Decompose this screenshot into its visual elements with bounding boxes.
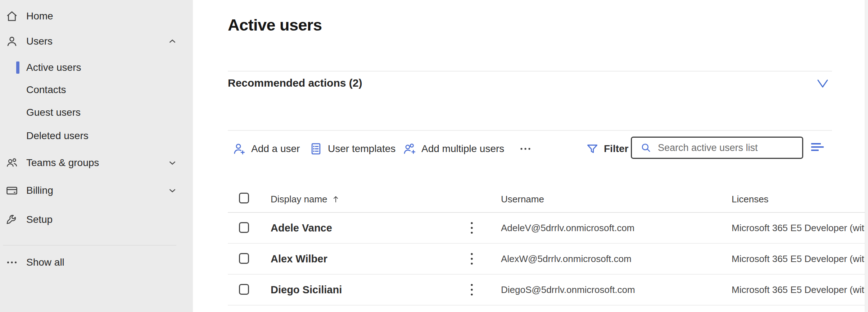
toolbar-button-label: Add multiple users	[421, 143, 504, 155]
person-add-icon	[232, 142, 247, 156]
add-multiple-users-button[interactable]: Add multiple users	[402, 139, 504, 159]
wrench-icon	[4, 211, 20, 228]
display-name-cell[interactable]: Adele Vance	[271, 213, 332, 243]
vertical-scrollbar[interactable]	[865, 0, 868, 312]
home-icon	[4, 8, 20, 24]
person-icon	[4, 33, 20, 50]
sidebar-divider	[3, 245, 176, 246]
people-icon	[4, 155, 20, 171]
section-divider	[228, 130, 832, 131]
row-checkbox[interactable]	[239, 222, 249, 233]
user-templates-button[interactable]: User templates	[309, 139, 395, 159]
username-cell: AlexW@5drrlv.onmicrosoft.com	[501, 244, 632, 274]
display-name-cell[interactable]: Alex Wilber	[271, 244, 327, 274]
select-all-checkbox[interactable]	[239, 193, 249, 203]
table-row: Adele Vance AdeleV@5drrlv.onmicrosoft.co…	[228, 213, 868, 244]
search-box	[631, 137, 803, 159]
column-header-licenses[interactable]: Licenses	[732, 186, 769, 212]
chevron-down-icon	[164, 182, 181, 199]
chevron-down-icon	[164, 155, 181, 171]
recommended-actions-toggle[interactable]: Recommended actions (2)	[228, 74, 832, 93]
filter-line	[811, 143, 821, 144]
page-title: Active users	[228, 16, 322, 35]
column-header-display-name[interactable]: Display name	[271, 186, 340, 212]
people-add-icon	[402, 142, 417, 156]
sidebar-item-active-users[interactable]: Active users	[0, 58, 193, 77]
filter-lines-icon[interactable]	[810, 141, 828, 155]
sidebar-item-label: Users	[26, 36, 53, 47]
section-divider	[228, 71, 832, 72]
more-actions-button[interactable]	[516, 139, 535, 159]
username-cell: AdeleV@5drrlv.onmicrosoft.com	[501, 213, 634, 243]
column-header-label: Display name	[271, 194, 327, 205]
sidebar-item-billing[interactable]: Billing	[0, 181, 193, 200]
sidebar-item-label: Home	[26, 10, 53, 22]
sidebar-item-deleted-users[interactable]: Deleted users	[0, 127, 193, 145]
column-header-label: Username	[501, 194, 544, 205]
add-a-user-button[interactable]: Add a user	[232, 139, 300, 159]
sidebar-item-label: Show all	[26, 257, 64, 268]
filter-line	[811, 150, 819, 151]
sidebar-item-setup[interactable]: Setup	[0, 210, 193, 229]
sidebar-item-users[interactable]: Users	[0, 32, 193, 51]
column-header-username[interactable]: Username	[501, 186, 544, 212]
table-header-row: Display name Username Licenses	[228, 186, 868, 213]
sidebar-item-show-all[interactable]: Show all	[0, 253, 193, 272]
toolbar-button-label: Add a user	[251, 143, 300, 155]
row-more-actions-button[interactable]	[464, 244, 480, 274]
row-more-actions-button[interactable]	[464, 213, 480, 243]
licenses-cell: Microsoft 365 E5 Developer (withou	[732, 213, 868, 243]
sort-ascending-icon	[331, 194, 340, 205]
toolbar-button-label: Filter	[604, 143, 628, 155]
credit-card-icon	[4, 182, 20, 199]
sidebar-item-home[interactable]: Home	[0, 7, 193, 26]
chevron-up-icon	[164, 33, 181, 50]
sidebar-item-label: Billing	[26, 185, 53, 196]
licenses-cell: Microsoft 365 E5 Developer (withou	[732, 244, 868, 274]
column-header-label: Licenses	[732, 194, 769, 205]
search-input[interactable]	[658, 142, 795, 153]
sidebar-item-label: Setup	[26, 214, 53, 225]
template-list-icon	[309, 142, 323, 156]
selected-indicator	[16, 61, 19, 74]
filter-line	[811, 146, 824, 148]
toolbar-button-label: User templates	[328, 143, 395, 155]
sidebar-item-guest-users[interactable]: Guest users	[0, 103, 193, 122]
table-row: Diego Siciliani DiegoS@5drrlv.onmicrosof…	[228, 275, 868, 306]
funnel-icon	[586, 142, 599, 156]
sidebar-item-label: Active users	[26, 62, 81, 73]
ellipsis-icon	[4, 254, 20, 271]
row-checkbox[interactable]	[239, 253, 249, 264]
chevron-down-icon	[817, 78, 829, 89]
sidebar-item-contacts[interactable]: Contacts	[0, 81, 193, 99]
recommended-actions-title: Recommended actions (2)	[228, 77, 362, 89]
sidebar-item-label: Teams & groups	[26, 157, 99, 169]
table-row: Alex Wilber AlexW@5drrlv.onmicrosoft.com…	[228, 244, 868, 275]
sidebar: Home Users Active users Contacts Guest u…	[0, 0, 193, 312]
sidebar-item-teams-groups[interactable]: Teams & groups	[0, 153, 193, 172]
filter-button[interactable]: Filter	[586, 139, 628, 159]
row-checkbox[interactable]	[239, 284, 249, 295]
sidebar-item-label: Guest users	[26, 107, 81, 118]
username-cell: DiegoS@5drrlv.onmicrosoft.com	[501, 275, 635, 305]
row-more-actions-button[interactable]	[464, 275, 480, 305]
sidebar-item-label: Deleted users	[26, 130, 89, 142]
licenses-cell: Microsoft 365 E5 Developer (withou	[732, 275, 868, 305]
display-name-cell[interactable]: Diego Siciliani	[271, 275, 342, 305]
more-horizontal-icon	[517, 141, 533, 157]
sidebar-item-label: Contacts	[26, 84, 66, 96]
search-icon	[640, 142, 652, 154]
